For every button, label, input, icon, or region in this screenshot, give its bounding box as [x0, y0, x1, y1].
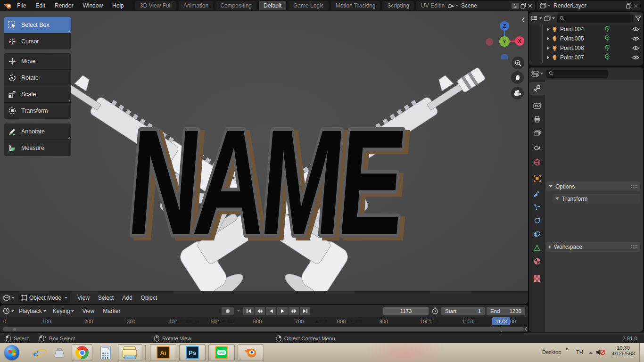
- tab-render[interactable]: [529, 99, 545, 112]
- blender-logo-icon[interactable]: [4, 2, 12, 9]
- scene-name[interactable]: Scene: [461, 2, 510, 9]
- tab-modifiers[interactable]: [529, 187, 545, 200]
- playback-menu[interactable]: Playback: [19, 308, 46, 314]
- tab-output[interactable]: [529, 113, 545, 125]
- outliner-item-point-007[interactable]: Point.007: [529, 53, 643, 62]
- tab-motion-tracking[interactable]: Motion Tracking: [331, 1, 380, 10]
- 3d-viewport[interactable]: NAME NAME Select Box Cursor Move Rotate …: [0, 11, 528, 304]
- tab-animation[interactable]: Animation: [179, 1, 213, 10]
- language-indicator[interactable]: TH: [576, 349, 583, 355]
- tab-constraints[interactable]: [529, 228, 545, 240]
- timeline-view-menu[interactable]: View: [78, 308, 99, 314]
- expand-icon[interactable]: [547, 56, 549, 59]
- frame-start-field[interactable]: Start 1: [441, 307, 485, 315]
- tab-3d-view-full[interactable]: 3D View Full: [135, 1, 176, 10]
- light-data-icon[interactable]: [604, 35, 610, 42]
- jump-to-start-button[interactable]: [243, 307, 254, 315]
- timeline-marker[interactable]: F_1: [427, 319, 439, 324]
- scene-unlink-icon[interactable]: [528, 4, 532, 8]
- properties-editor-button[interactable]: [531, 71, 543, 77]
- timeline-marker[interactable]: F_7: [315, 319, 327, 324]
- visibility-eye-icon[interactable]: [632, 55, 639, 60]
- tool-measure[interactable]: Measure: [4, 140, 71, 156]
- panel-grip-icon[interactable]: [630, 245, 637, 249]
- visibility-eye-icon[interactable]: [632, 36, 639, 41]
- internet-explorer-icon[interactable]: e: [26, 344, 45, 361]
- line-app-icon[interactable]: LINE: [208, 344, 235, 361]
- play-reverse-button[interactable]: [266, 307, 276, 315]
- axis-z-label[interactable]: Z: [503, 23, 506, 29]
- tab-tool[interactable]: [529, 82, 545, 95]
- scroll-right-arrow-icon[interactable]: [524, 327, 527, 331]
- toolbar-chevron[interactable]: »: [566, 346, 569, 352]
- tool-cursor[interactable]: Cursor: [4, 33, 71, 49]
- render-layer-selector[interactable]: RenderLayer: [537, 1, 640, 10]
- axis-negative-dot[interactable]: [501, 54, 508, 59]
- tab-object[interactable]: [529, 172, 545, 185]
- tab-scripting[interactable]: Scripting: [382, 1, 414, 10]
- timeline-marker[interactable]: F_876: [346, 319, 363, 324]
- illustrator-icon[interactable]: Ai: [150, 344, 176, 361]
- editor-type-button[interactable]: [3, 295, 15, 301]
- timeline-scrollbar[interactable]: [3, 327, 524, 331]
- expand-icon[interactable]: [547, 27, 549, 31]
- tab-view-layer[interactable]: [529, 127, 545, 140]
- menu-help[interactable]: Help: [107, 2, 129, 9]
- jump-to-end-button[interactable]: [300, 307, 310, 315]
- expand-icon[interactable]: [547, 37, 549, 41]
- tab-material[interactable]: [529, 255, 545, 268]
- scene-copy-icon[interactable]: [520, 3, 526, 8]
- keying-set-chevron[interactable]: [237, 310, 240, 312]
- tool-annotate[interactable]: Annotate: [4, 123, 71, 140]
- menu-window[interactable]: Window: [78, 2, 107, 9]
- light-data-icon[interactable]: [604, 26, 610, 33]
- scrollbar-handle-dot[interactable]: [13, 328, 16, 331]
- calculator-icon[interactable]: 0: [96, 344, 115, 361]
- render-layer-copy-icon[interactable]: [626, 3, 632, 8]
- expand-icon[interactable]: [547, 46, 549, 50]
- axis-y-label[interactable]: Y: [503, 39, 506, 44]
- outliner-search-input[interactable]: [557, 14, 633, 23]
- object-name[interactable]: Point.006: [560, 45, 602, 51]
- object-name[interactable]: Point.004: [560, 26, 602, 33]
- scene-users-badge[interactable]: 2: [512, 3, 519, 9]
- mode-dropdown[interactable]: Object Mode: [18, 293, 70, 303]
- outliner-filter-type-button[interactable]: [544, 16, 555, 21]
- play-button[interactable]: [277, 307, 288, 315]
- pan-hand-icon[interactable]: [511, 71, 524, 84]
- workspace-panel-header[interactable]: Workspace: [546, 242, 640, 252]
- menu-file[interactable]: File: [12, 2, 31, 9]
- visibility-eye-icon[interactable]: [632, 46, 639, 50]
- scene-selector[interactable]: Scene 2: [445, 1, 535, 10]
- keying-menu[interactable]: Keying: [53, 308, 74, 314]
- timeline-marker[interactable]: F_11: [464, 319, 479, 324]
- current-frame-indicator[interactable]: 1173: [492, 317, 510, 325]
- stopwatch-icon[interactable]: [432, 307, 438, 314]
- render-layer-remove-icon[interactable]: [634, 4, 638, 8]
- tab-texture[interactable]: [529, 272, 545, 285]
- tab-physics[interactable]: [529, 214, 545, 227]
- tool-scale[interactable]: Scale: [4, 86, 71, 102]
- timeline-marker[interactable]: F_517: [218, 319, 235, 324]
- outliner-item-point-006[interactable]: Point.006: [529, 43, 643, 53]
- axis-x-label[interactable]: X: [518, 38, 521, 44]
- show-hidden-icons-arrow[interactable]: [588, 351, 593, 354]
- timeline-editor-type-button[interactable]: [3, 307, 14, 314]
- light-data-icon[interactable]: [604, 45, 610, 51]
- outliner-filter-icon[interactable]: [635, 16, 641, 21]
- tab-compositing[interactable]: Compositing: [215, 1, 256, 10]
- viewport-menu-select[interactable]: Select: [94, 295, 118, 301]
- blender-app-icon[interactable]: [238, 344, 264, 361]
- viewport-menu-object[interactable]: Object: [137, 295, 162, 301]
- tab-scene[interactable]: [529, 141, 545, 154]
- visibility-eye-icon[interactable]: [632, 27, 639, 32]
- viewport-menu-view[interactable]: View: [73, 295, 94, 301]
- tool-select-box[interactable]: Select Box: [4, 17, 71, 33]
- tab-world[interactable]: [529, 156, 545, 169]
- light-data-icon[interactable]: [604, 54, 610, 61]
- tab-object-data[interactable]: [529, 241, 545, 254]
- panel-grip-icon[interactable]: [630, 184, 637, 189]
- outliner-item-point-004[interactable]: Point.004: [529, 25, 643, 34]
- timeline-marker-menu[interactable]: Marker: [99, 308, 124, 314]
- tab-default[interactable]: Default: [259, 1, 286, 10]
